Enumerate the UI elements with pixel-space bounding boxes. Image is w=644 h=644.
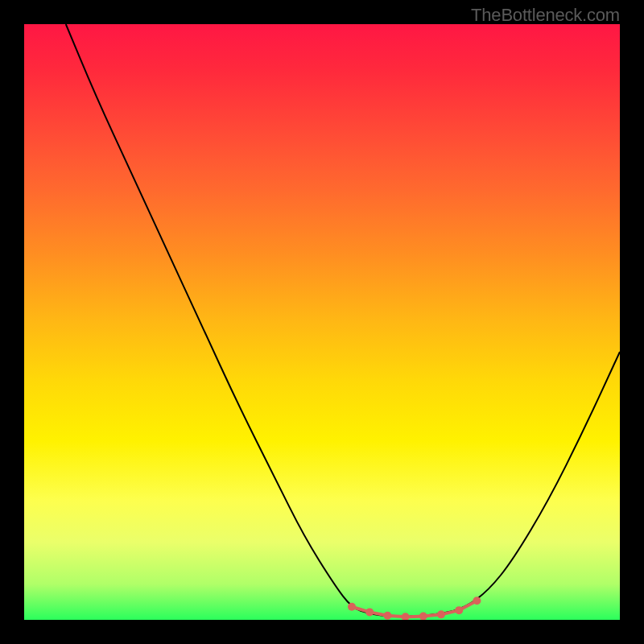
chart-container: TheBottleneck.com [0, 0, 644, 644]
chart-overlay-link[interactable] [0, 0, 644, 644]
